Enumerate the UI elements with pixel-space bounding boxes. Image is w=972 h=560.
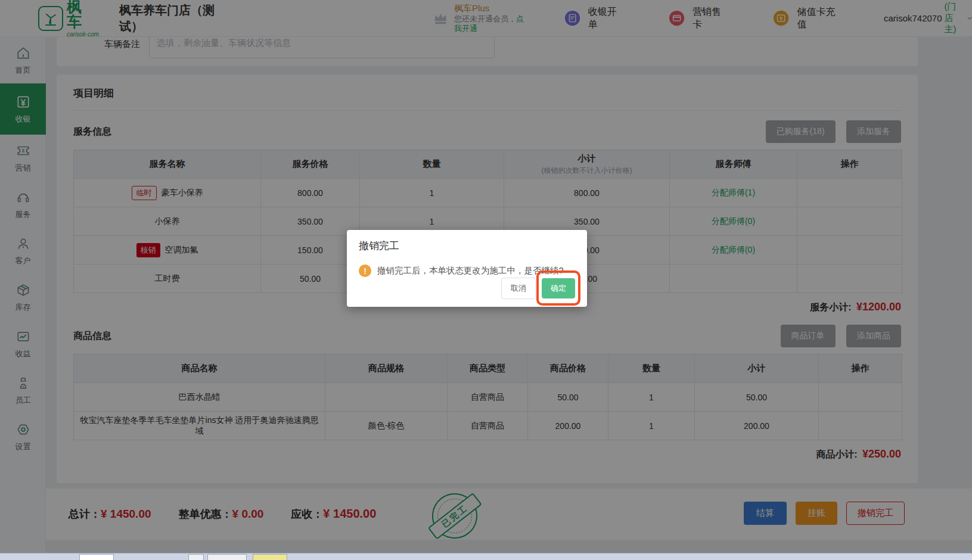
warning-icon: ! [359,265,371,277]
confirm-button[interactable]: 确定 [542,278,575,298]
taskbar-item[interactable] [188,554,204,560]
taskbar-item[interactable] [79,554,114,560]
taskbar-edge [0,553,972,560]
revoke-completion-dialog: 撤销完工 ! 撤销完工后，本单状态更改为施工中，是否继续? 取消 确定 [347,230,587,307]
dialog-title: 撤销完工 [359,239,575,253]
dialog-message: 撤销完工后，本单状态更改为施工中，是否继续? [377,265,564,276]
cancel-button[interactable]: 取消 [501,278,536,299]
taskbar-item[interactable] [253,554,287,560]
taskbar-item[interactable] [207,554,247,560]
